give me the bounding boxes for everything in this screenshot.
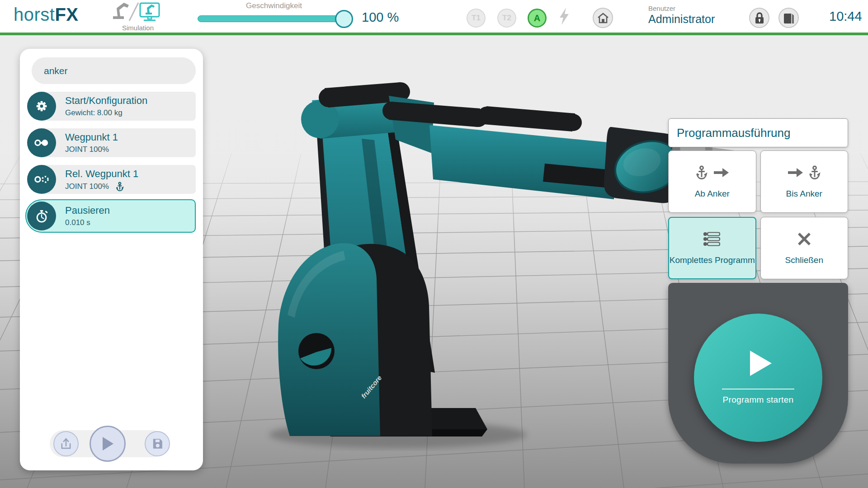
mode-t1-button[interactable]: T1 [467, 9, 486, 28]
program-step-pausieren[interactable]: Pausieren 0.010 s [27, 201, 196, 231]
monitor-robot-icon [140, 3, 159, 20]
app-logo: horstFX [14, 5, 79, 25]
anchor-icon [808, 165, 821, 180]
robot-arm-icon [113, 3, 129, 19]
lock-icon [754, 12, 765, 24]
gear-icon [27, 92, 56, 121]
stopwatch-icon [27, 202, 56, 230]
divider [722, 389, 794, 389]
speed-slider-knob[interactable] [335, 10, 353, 28]
simulation-label: Simulation [108, 24, 167, 32]
program-name-field[interactable]: anker [32, 57, 196, 84]
waypoint-icon [27, 128, 56, 157]
komplettes-programm-button[interactable]: Komplettes Programm [668, 217, 756, 279]
book-icon [783, 12, 795, 24]
lock-button[interactable] [749, 8, 769, 28]
slash-icon [129, 3, 138, 21]
bis-anker-label: Bis Anker [786, 189, 822, 199]
play-icon [750, 351, 772, 376]
komplettes-programm-label: Komplettes Programm [670, 255, 755, 265]
user-name: Administrator [648, 13, 715, 26]
schliessen-button[interactable]: Schließen [760, 217, 849, 279]
start-program-panel: Programm starten [668, 283, 848, 464]
speed-label: Geschwindigkeit [198, 1, 350, 10]
speed-slider-track[interactable] [198, 15, 349, 22]
top-bar: horstFX Simulation Geschwindigkeit 100 %… [0, 0, 868, 33]
step-title: Pausieren [65, 205, 110, 216]
step-subtitle: 0.010 s [65, 218, 90, 227]
start-program-button[interactable]: Programm starten [694, 314, 822, 442]
export-button[interactable] [53, 431, 79, 456]
program-list-icon [703, 231, 721, 247]
schliessen-label: Schließen [785, 255, 824, 265]
user-info: Benutzer Administrator [648, 5, 715, 26]
step-subtitle: JOINT 100% [65, 182, 109, 191]
power-status-icon [555, 7, 573, 28]
bis-anker-button[interactable]: Bis Anker [760, 150, 849, 213]
save-button[interactable] [145, 431, 170, 456]
speed-slider[interactable] [198, 12, 350, 25]
execution-options: Ab Anker Bis Anker [668, 150, 848, 279]
status-green-bar [0, 33, 868, 35]
program-step-start-konfiguration[interactable]: Start/Konfiguration Gewicht: 8.00 kg [27, 91, 196, 121]
simulation-mode-indicator[interactable]: Simulation [108, 2, 167, 32]
close-icon [797, 232, 811, 246]
execution-panel-title: Programmausführung [668, 118, 848, 147]
start-program-label: Programm starten [723, 395, 794, 405]
execution-panel: Programmausführung Ab Anker [668, 118, 848, 464]
step-subtitle: JOINT 100% [65, 145, 109, 154]
home-button[interactable] [593, 8, 613, 28]
ab-anker-label: Ab Anker [695, 189, 730, 199]
export-icon [59, 437, 73, 450]
home-icon [597, 12, 609, 24]
anchor-icon [695, 165, 708, 180]
ab-anker-button[interactable]: Ab Anker [668, 150, 756, 213]
program-toolbar [50, 430, 166, 457]
arrow-right-icon [713, 167, 729, 178]
speed-value: 100 % [362, 10, 399, 25]
simulation-icon [110, 2, 165, 22]
step-title: Start/Konfiguration [65, 95, 147, 107]
anchor-icon [115, 182, 124, 192]
manual-button[interactable] [778, 8, 799, 28]
program-step-rel-wegpunkt-1[interactable]: Rel. Wegpunkt 1 JOINT 100% [27, 164, 196, 194]
mode-auto-button[interactable]: A [528, 9, 547, 28]
logo-text: horst [14, 5, 55, 24]
save-icon [151, 437, 164, 450]
clock: 10:44 [829, 9, 862, 24]
relative-waypoint-icon [27, 165, 56, 194]
program-step-wegpunkt-1[interactable]: Wegpunkt 1 JOINT 100% [27, 128, 196, 158]
program-step-list: Start/Konfiguration Gewicht: 8.00 kg Weg… [27, 91, 196, 238]
arrow-right-icon [787, 167, 803, 178]
play-icon [101, 436, 114, 451]
program-panel: anker Start/Konfiguration Ge [20, 49, 203, 470]
user-label: Benutzer [648, 5, 715, 12]
mode-t2-button[interactable]: T2 [497, 9, 516, 28]
step-subtitle: Gewicht: 8.00 kg [65, 108, 123, 117]
step-title: Rel. Wegpunkt 1 [65, 168, 138, 180]
play-program-button[interactable] [90, 426, 126, 462]
step-title: Wegpunkt 1 [65, 131, 118, 143]
